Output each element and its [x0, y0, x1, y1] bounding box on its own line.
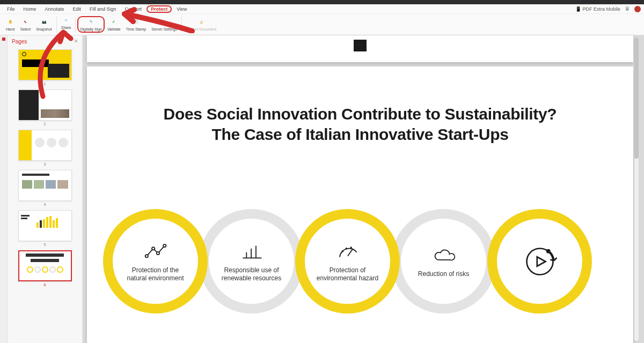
sidebar-tab-strip: [0, 35, 8, 343]
thumb-5-wrap[interactable]: 5: [14, 210, 76, 247]
menu-view[interactable]: View: [173, 5, 191, 13]
sidebar: Pages × 1 2 3 4: [0, 35, 83, 343]
ribbon-label: Share: [61, 26, 71, 29]
scrollbar-thumb[interactable]: [634, 38, 639, 159]
pages-header: Pages ×: [8, 35, 82, 47]
circle-protection-environment: Protection of the natural environment: [103, 209, 208, 314]
menu-bar-left: File Home Annotate Edit Fill and Sign Co…: [3, 5, 191, 13]
menu-bar: File Home Annotate Edit Fill and Sign Co…: [0, 4, 644, 14]
replay-icon: [521, 243, 559, 280]
vertical-scrollbar[interactable]: [634, 38, 639, 341]
chevron-down-icon: ▾: [65, 29, 67, 33]
menu-fill-and-sign[interactable]: Fill and Sign: [86, 5, 120, 13]
circle-reduction-risks: Reduction of risks: [391, 209, 496, 314]
svg-point-3: [163, 244, 166, 247]
svg-point-8: [547, 250, 550, 252]
gauge-icon: [336, 241, 360, 262]
svg-point-1: [151, 247, 154, 250]
server-icon: ☁: [160, 18, 169, 26]
bar-chart-icon: [240, 241, 264, 262]
thumbnail-4[interactable]: [18, 170, 72, 201]
circle-label: Reduction of risks: [412, 270, 476, 278]
ribbon-label: Validate: [107, 27, 121, 31]
window-titlebar: [0, 0, 644, 4]
circle-renewable-resources: Responsible use of renewable resources: [199, 209, 304, 314]
circle-play: [487, 209, 592, 314]
network-icon: [144, 241, 167, 262]
circles-row: Protection of the natural environment Re…: [103, 209, 583, 314]
avatar[interactable]: [634, 6, 641, 12]
validate-icon: ✔: [109, 18, 118, 26]
svg-point-4: [342, 251, 343, 252]
menu-convert[interactable]: Convert: [121, 5, 146, 13]
ribbon-label: Protect Document: [186, 27, 216, 31]
thumb-4-wrap[interactable]: 4: [14, 170, 76, 207]
thumb-2-wrap[interactable]: 2: [14, 90, 76, 126]
current-page[interactable]: Does Social Innovation Contribute to Sus…: [87, 66, 633, 343]
thumbnail-5[interactable]: [18, 210, 72, 241]
thumb-num: 2: [43, 122, 46, 126]
previous-page-strip[interactable]: [87, 35, 633, 62]
pages-tab-icon[interactable]: [2, 38, 5, 41]
main-view-inner: Does Social Innovation Contribute to Sus…: [87, 35, 640, 343]
thumb-num: 3: [43, 162, 46, 167]
thumb-num: 5: [43, 242, 46, 247]
thumb-1-wrap[interactable]: 1: [14, 49, 76, 86]
menu-edit[interactable]: Edit: [69, 5, 85, 13]
thumb-6-wrap[interactable]: 6: [14, 250, 76, 287]
ribbon-protect-document[interactable]: 🔒 Protect Document: [184, 17, 219, 32]
share-icon: <: [62, 16, 70, 25]
menu-protect[interactable]: Protect: [147, 5, 172, 13]
ribbon-label: Server Settings: [151, 27, 177, 31]
svg-point-5: [346, 248, 347, 249]
main-view[interactable]: Does Social Innovation Contribute to Sus…: [83, 35, 644, 343]
lock-icon: 🔒: [197, 18, 206, 26]
prev-page-graphic: [354, 40, 367, 51]
thumb-num: 4: [43, 202, 46, 207]
sign-icon: ✎: [87, 18, 96, 26]
circle-label: Protection of environmental hazard: [316, 266, 380, 282]
circle-label: Responsible use of renewable resources: [219, 266, 284, 282]
menu-bar-right: 📱 PDF Extra Mobile ♛: [575, 5, 641, 12]
ribbon-hand[interactable]: ✋ Hand: [3, 17, 18, 32]
pages-title: Pages: [12, 39, 27, 44]
menu-file[interactable]: File: [3, 5, 19, 13]
page-title-line1: Does Social Innovation Contribute to Sus…: [164, 105, 557, 123]
ribbon-share[interactable]: < Share ▾: [58, 15, 74, 34]
thumb-3-wrap[interactable]: 3: [14, 130, 76, 167]
thumbnail-6[interactable]: [18, 250, 72, 281]
page-title-line2: The Case of Italian Innovative Start-Ups: [211, 125, 508, 143]
timestamp-icon: 🕘: [131, 18, 140, 26]
thumbnail-2[interactable]: [18, 90, 72, 121]
svg-point-2: [156, 252, 159, 255]
thumb-num: 1: [43, 81, 46, 86]
select-cursor-icon: ⬉: [21, 18, 30, 26]
svg-point-6: [350, 247, 352, 248]
ribbon-select[interactable]: ⬉ Select: [18, 17, 33, 32]
pages-panel: Pages × 1 2 3 4: [8, 35, 82, 343]
thumbnails-list[interactable]: 1 2 3 4 5: [8, 47, 82, 343]
thumbnail-1[interactable]: [18, 49, 72, 80]
ribbon-label: Time Stamp: [126, 27, 146, 31]
ribbon-snapshot[interactable]: 📷 Snapshot: [33, 17, 55, 32]
circle-label: Protection of the natural environment: [123, 266, 188, 282]
ribbon-server-settings[interactable]: ☁ Server Settings: [149, 17, 180, 32]
ribbon-time-stamp[interactable]: 🕘 Time Stamp: [123, 17, 149, 32]
close-icon[interactable]: ×: [74, 38, 78, 45]
ribbon-digitally-sign[interactable]: ✎ Digitally Sign: [77, 16, 104, 33]
app-name-label: 📱 PDF Extra Mobile: [575, 6, 620, 12]
menu-annotate[interactable]: Annotate: [41, 5, 68, 13]
thumbnail-3[interactable]: [18, 130, 72, 161]
ribbon-toolbar: ✋ Hand ⬉ Select 📷 Snapshot < Share ▾ ✎ D…: [0, 14, 644, 35]
thumb-num: 6: [43, 282, 46, 287]
ribbon-separator: [75, 17, 76, 33]
premium-icon[interactable]: ♛: [625, 5, 630, 12]
ribbon-validate[interactable]: ✔ Validate: [105, 17, 123, 32]
ribbon-label: Select: [20, 27, 31, 31]
ribbon-label: Snapshot: [36, 27, 52, 31]
cloud-icon: [432, 244, 456, 266]
circle-environmental-hazard: Protection of environmental hazard: [295, 209, 400, 314]
camera-icon: 📷: [40, 18, 48, 26]
menu-home[interactable]: Home: [20, 5, 40, 13]
ribbon-label: Digitally Sign: [80, 27, 101, 31]
